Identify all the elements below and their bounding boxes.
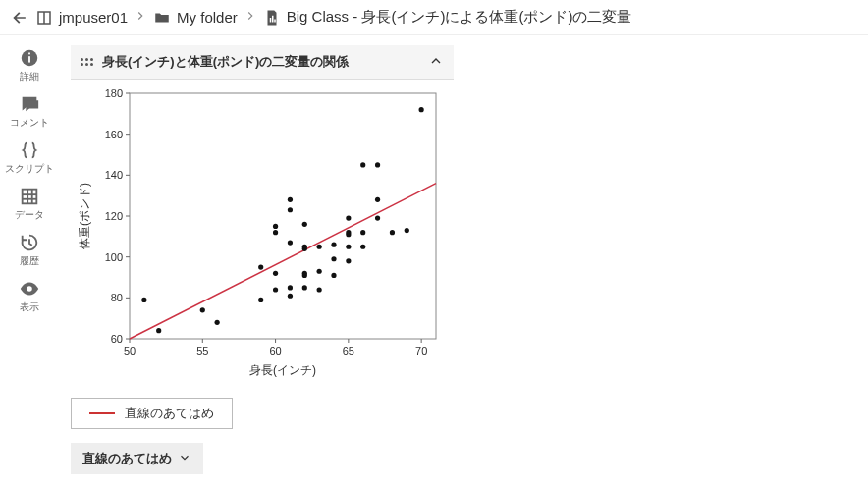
chevron-up-icon[interactable]	[428, 53, 444, 72]
svg-point-47	[258, 298, 263, 302]
svg-text:60: 60	[269, 345, 281, 356]
svg-point-51	[273, 224, 278, 229]
scatter-chart: 60801001201401601805055606570身長(インチ)体重(ポ…	[75, 85, 446, 380]
sidebar-item-label: コメント	[10, 117, 49, 128]
svg-rect-4	[274, 19, 276, 22]
svg-point-44	[200, 307, 205, 312]
sidebar-item-view[interactable]: 表示	[0, 278, 59, 312]
sidebar-item-script[interactable]: スクリプト	[0, 139, 59, 174]
svg-point-43	[156, 328, 161, 333]
panel-header[interactable]: 身長(インチ)と体重(ポンド)の二変量の関係	[71, 45, 454, 79]
svg-text:140: 140	[105, 169, 123, 181]
breadcrumb-file[interactable]: Big Class - 身長(インチ)による体重(ポンド)の二変量	[287, 8, 632, 27]
svg-point-74	[360, 245, 365, 249]
breadcrumb-root[interactable]: jmpuser01	[59, 9, 128, 26]
legend-label: 直線のあてはめ	[125, 405, 214, 422]
chart-panel: 身長(インチ)と体重(ポンド)の二変量の関係 60801001201401601…	[71, 45, 454, 384]
svg-text:体重(ポンド): 体重(ポンド)	[78, 183, 91, 249]
svg-point-62	[302, 222, 307, 227]
svg-point-65	[317, 245, 322, 249]
svg-rect-3	[272, 15, 274, 22]
svg-text:120: 120	[105, 210, 123, 222]
fit-dropdown[interactable]: 直線のあてはめ	[71, 443, 203, 474]
svg-rect-6	[28, 56, 30, 62]
svg-point-81	[405, 228, 409, 233]
svg-point-53	[288, 285, 293, 290]
legend: 直線のあてはめ	[71, 398, 233, 429]
report-icon	[263, 9, 281, 27]
drag-handle-icon[interactable]	[81, 54, 94, 70]
table-icon	[35, 9, 53, 27]
svg-point-66	[331, 273, 336, 278]
svg-text:60: 60	[111, 333, 123, 345]
sidebar-item-label: スクリプト	[5, 163, 54, 174]
sidebar-item-label: データ	[15, 209, 44, 220]
dropdown-label: 直線のあてはめ	[82, 450, 172, 467]
svg-point-50	[273, 230, 278, 235]
sidebar-item-label: 表示	[20, 301, 39, 312]
svg-point-77	[375, 215, 380, 220]
chevron-right-icon	[134, 9, 147, 26]
svg-rect-8	[23, 190, 37, 204]
legend-line-icon	[89, 412, 115, 414]
svg-point-56	[288, 197, 293, 202]
svg-point-45	[215, 320, 220, 325]
svg-text:80: 80	[111, 292, 123, 303]
sidebar-item-comment[interactable]: コメント	[0, 93, 59, 128]
back-icon[interactable]	[10, 8, 29, 27]
svg-point-67	[331, 256, 336, 261]
svg-point-80	[390, 230, 395, 235]
breadcrumb-folder[interactable]: My folder	[177, 9, 238, 26]
sidebar-item-data[interactable]: データ	[0, 186, 59, 220]
svg-rect-2	[269, 18, 271, 23]
sidebar: 詳細 コメント スクリプト データ 履歴 表示	[0, 35, 59, 491]
svg-text:身長(インチ): 身長(インチ)	[249, 363, 316, 377]
svg-point-46	[258, 264, 263, 269]
svg-point-61	[302, 245, 307, 249]
sidebar-item-history[interactable]: 履歴	[0, 232, 59, 266]
svg-point-57	[302, 285, 307, 290]
svg-point-69	[346, 258, 351, 263]
svg-point-13	[27, 286, 32, 292]
svg-point-42	[141, 298, 146, 302]
svg-point-49	[273, 271, 278, 276]
sidebar-item-label: 詳細	[20, 71, 39, 82]
svg-point-73	[346, 215, 351, 220]
svg-text:55: 55	[196, 345, 208, 356]
svg-point-64	[317, 269, 322, 274]
svg-text:70: 70	[415, 345, 427, 356]
svg-point-48	[273, 287, 278, 292]
svg-text:65: 65	[343, 345, 354, 356]
svg-point-76	[360, 162, 365, 167]
svg-point-70	[346, 245, 351, 249]
svg-text:160: 160	[105, 129, 123, 140]
svg-point-75	[360, 230, 365, 235]
svg-point-54	[288, 240, 293, 245]
folder-icon	[153, 9, 171, 27]
panel-title: 身長(インチ)と体重(ポンド)の二変量の関係	[102, 53, 428, 71]
svg-point-52	[288, 294, 293, 299]
sidebar-item-label: 履歴	[20, 255, 39, 266]
svg-point-55	[288, 207, 293, 212]
svg-text:180: 180	[105, 87, 123, 99]
svg-rect-14	[130, 93, 436, 339]
svg-text:100: 100	[105, 251, 123, 263]
svg-text:50: 50	[124, 345, 136, 356]
chevron-right-icon	[244, 9, 257, 26]
svg-point-72	[346, 230, 351, 235]
svg-point-59	[302, 271, 307, 276]
chevron-down-icon	[178, 451, 191, 467]
sidebar-item-detail[interactable]: 詳細	[0, 47, 59, 82]
svg-point-68	[331, 243, 336, 247]
svg-point-78	[375, 197, 380, 202]
svg-point-79	[375, 162, 380, 167]
svg-point-82	[419, 107, 424, 112]
svg-point-63	[317, 287, 322, 292]
svg-rect-7	[28, 53, 30, 55]
breadcrumb: jmpuser01 My folder Big Class - 身長(インチ)に…	[0, 0, 868, 35]
